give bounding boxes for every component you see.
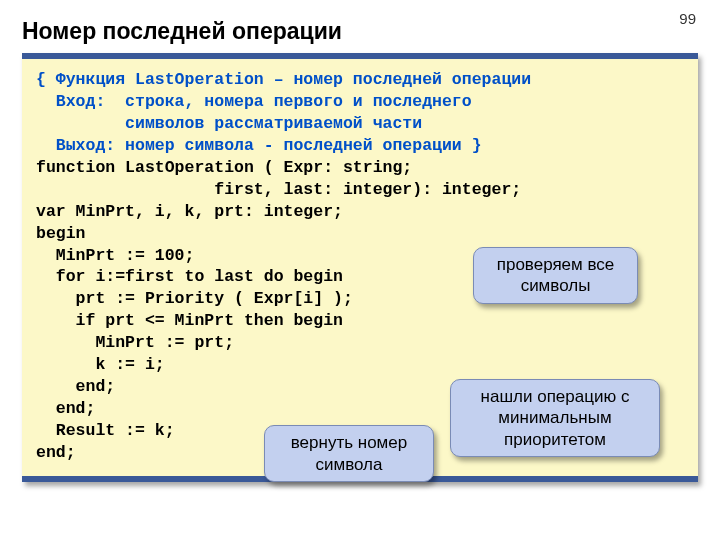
code-line-11: end; bbox=[36, 377, 115, 396]
code-line-8: if prt <= MinPrt then begin bbox=[36, 311, 343, 330]
code-line-5: MinPrt := 100; bbox=[36, 246, 194, 265]
comment-line-2: Вход: строка, номера первого и последнег… bbox=[36, 92, 472, 111]
code-line-9: MinPrt := prt; bbox=[36, 333, 234, 352]
code-line-1: function LastOperation ( Expr: string; bbox=[36, 158, 412, 177]
callout-found-min-priority: нашли операцию с минимальным приоритетом bbox=[450, 379, 660, 457]
code-line-14: end; bbox=[36, 443, 76, 462]
code-line-4: begin bbox=[36, 224, 86, 243]
code-line-13: Result := k; bbox=[36, 421, 175, 440]
comment-line-3: символов рассматриваемой части bbox=[36, 114, 422, 133]
code-line-2: first, last: integer): integer; bbox=[36, 180, 521, 199]
code-line-7: prt := Priority ( Expr[i] ); bbox=[36, 289, 353, 308]
comment-line-1: { Функция LastOperation – номер последне… bbox=[36, 70, 531, 89]
code-panel: { Функция LastOperation – номер последне… bbox=[22, 53, 698, 482]
callout-check-all-symbols: проверяем все символы bbox=[473, 247, 638, 304]
code-line-3: var MinPrt, i, k, prt: integer; bbox=[36, 202, 343, 221]
slide-title: Номер последней операции bbox=[22, 18, 698, 45]
callout-return-symbol-number: вернуть номер символа bbox=[264, 425, 434, 482]
code-line-12: end; bbox=[36, 399, 95, 418]
page-number: 99 bbox=[679, 10, 696, 27]
comment-line-4: Выход: номер символа - последней операци… bbox=[36, 136, 482, 155]
code-line-10: k := i; bbox=[36, 355, 165, 374]
code-line-6: for i:=first to last do begin bbox=[36, 267, 343, 286]
